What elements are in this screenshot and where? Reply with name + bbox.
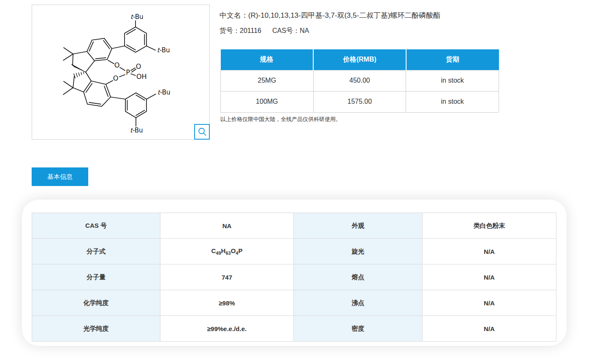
price-note: 以上价格仅限中国大陆，全线产品仅供科研使用。 [220, 116, 341, 123]
density-label: 密度 [294, 316, 423, 342]
molecule-structure: O O P O OH t-Bu t-Bu t-Bu t-Bu [32, 5, 209, 139]
product-page: O O P O OH t-Bu t-Bu t-Bu t-Bu 中文名：(R)-1… [0, 0, 610, 364]
atom-o-double: O [136, 62, 141, 70]
product-name-label: 中文名： [220, 11, 248, 19]
optical-rotation-label: 旋光 [294, 239, 423, 264]
price-spec: 25MG [221, 70, 314, 91]
price-availability: in stock [406, 70, 499, 91]
basic-info-row: CAS 号 NA 外观 类白色粉末 [32, 213, 556, 239]
price-row: 100MG 1575.00 in stock [221, 91, 499, 112]
appearance-value: 类白色粉末 [423, 213, 556, 239]
basic-info-table: CAS 号 NA 外观 类白色粉末 分子式 C49H63O4P 旋光 N/A 分… [32, 213, 556, 342]
cas-number: NA [300, 27, 309, 34]
basic-info-row: 化学纯度 ≥98% 沸点 N/A [32, 290, 556, 316]
melting-point-label: 熔点 [294, 264, 423, 290]
magnifier-icon [197, 127, 207, 137]
tbu-label-upper-right: t-Bu [157, 46, 170, 54]
melting-point-value: N/A [423, 264, 556, 290]
zoom-image-button[interactable] [194, 124, 210, 140]
price-header-spec: 规格 [221, 49, 314, 70]
atom-p: P [126, 68, 130, 76]
price-table-header-row: 规格 价格(RMB) 货期 [221, 49, 499, 70]
boiling-point-value: N/A [423, 290, 556, 316]
price-spec: 100MG [221, 91, 314, 112]
formula-value: C49H63O4P [160, 239, 294, 264]
optical-purity-label: 光学纯度 [32, 316, 160, 342]
product-codes: 货号：201116CAS号：NA [220, 27, 309, 35]
cas-label: CAS号： [272, 27, 300, 34]
price-header-price: 价格(RMB) [313, 49, 406, 70]
cas-row-value: NA [160, 213, 294, 239]
mol-weight-value: 747 [160, 264, 294, 290]
price-amount: 1575.00 [313, 91, 406, 112]
price-availability: in stock [406, 91, 499, 112]
chem-purity-value: ≥98% [160, 290, 294, 316]
boiling-point-label: 沸点 [294, 290, 423, 316]
product-name: (R)-10,10,13,13-四甲基-3,7-双(3,5-二叔丁基)螺环二酚磷… [248, 11, 440, 19]
catalog-label: 货号： [220, 27, 240, 34]
optical-rotation-value: N/A [423, 239, 556, 264]
cas-row-label: CAS 号 [32, 213, 160, 239]
tbu-label-lower-right: t-Bu [157, 89, 171, 96]
chem-purity-label: 化学纯度 [32, 290, 160, 316]
price-header-leadtime: 货期 [406, 49, 499, 70]
basic-info-row: 分子式 C49H63O4P 旋光 N/A [32, 239, 556, 264]
mol-weight-label: 分子量 [32, 264, 160, 290]
tbu-label-bottom: t-Bu [130, 127, 143, 134]
optical-purity-value: ≥99%e.e./d.e. [160, 316, 294, 342]
density-value: N/A [423, 316, 556, 342]
tbu-label-top: t-Bu [130, 13, 144, 21]
price-amount: 450.00 [313, 70, 406, 91]
tab-basic-info[interactable]: 基本信息 [32, 167, 88, 186]
appearance-label: 外观 [294, 213, 423, 239]
price-row: 25MG 450.00 in stock [221, 70, 499, 91]
atom-o-lower: O [113, 74, 119, 82]
basic-info-row: 光学纯度 ≥99%e.e./d.e. 密度 N/A [32, 316, 556, 342]
formula-label: 分子式 [32, 239, 160, 264]
atom-o-upper: O [114, 61, 120, 69]
price-table: 规格 价格(RMB) 货期 25MG 450.00 in stock 100MG… [220, 49, 499, 113]
catalog-number: 201116 [240, 27, 261, 34]
basic-info-row: 分子量 747 熔点 N/A [32, 264, 556, 290]
atom-oh: OH [136, 73, 147, 81]
structure-image-box: O O P O OH t-Bu t-Bu t-Bu t-Bu [32, 5, 210, 140]
product-title: 中文名：(R)-10,10,13,13-四甲基-3,7-双(3,5-二叔丁基)螺… [220, 11, 440, 20]
